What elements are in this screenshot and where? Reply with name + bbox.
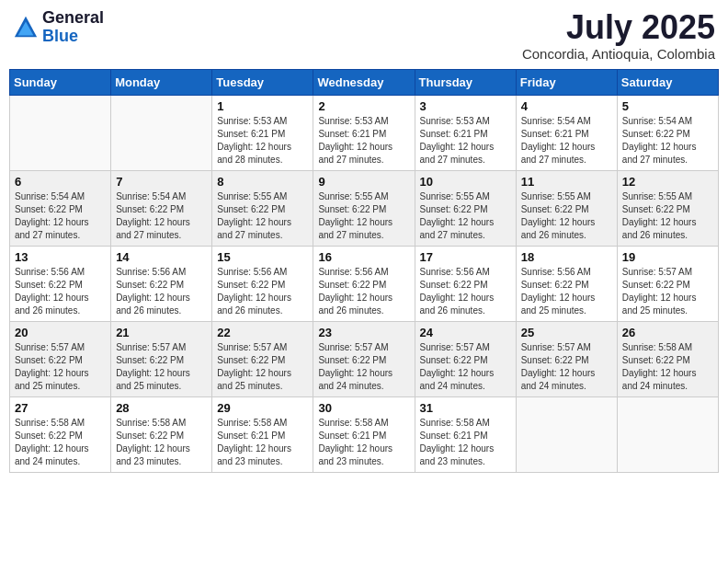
day-info: Sunrise: 5:55 AM Sunset: 6:22 PM Dayligh…	[217, 190, 308, 242]
day-number: 31	[420, 401, 511, 415]
calendar-day-cell: 4Sunrise: 5:54 AM Sunset: 6:21 PM Daylig…	[516, 95, 617, 170]
calendar-week-row: 6Sunrise: 5:54 AM Sunset: 6:22 PM Daylig…	[10, 170, 719, 246]
day-info: Sunrise: 5:55 AM Sunset: 6:22 PM Dayligh…	[521, 190, 612, 242]
location-subtitle: Concordia, Antioquia, Colombia	[522, 46, 715, 62]
day-number: 20	[15, 326, 106, 339]
calendar-header-monday: Monday	[111, 69, 212, 95]
title-block: July 2025 Concordia, Antioquia, Colombia	[522, 9, 715, 62]
calendar-day-cell: 22Sunrise: 5:57 AM Sunset: 6:22 PM Dayli…	[212, 321, 313, 396]
month-year-title: July 2025	[522, 9, 715, 46]
day-info: Sunrise: 5:54 AM Sunset: 6:22 PM Dayligh…	[622, 115, 713, 167]
day-info: Sunrise: 5:56 AM Sunset: 6:22 PM Dayligh…	[15, 266, 106, 317]
day-number: 23	[318, 326, 409, 339]
calendar-header-wednesday: Wednesday	[313, 69, 415, 95]
day-info: Sunrise: 5:55 AM Sunset: 6:22 PM Dayligh…	[318, 190, 409, 242]
calendar-day-cell: 1Sunrise: 5:53 AM Sunset: 6:21 PM Daylig…	[212, 95, 313, 170]
day-number: 18	[521, 250, 612, 264]
calendar-day-cell: 3Sunrise: 5:53 AM Sunset: 6:21 PM Daylig…	[415, 95, 516, 170]
day-number: 12	[622, 175, 713, 189]
day-info: Sunrise: 5:53 AM Sunset: 6:21 PM Dayligh…	[217, 115, 308, 167]
calendar-day-cell: 18Sunrise: 5:56 AM Sunset: 6:22 PM Dayli…	[516, 246, 617, 321]
day-number: 28	[116, 401, 207, 415]
calendar-day-cell: 13Sunrise: 5:56 AM Sunset: 6:22 PM Dayli…	[10, 246, 111, 321]
day-number: 1	[217, 99, 308, 113]
day-number: 30	[318, 401, 409, 415]
calendar-week-row: 27Sunrise: 5:58 AM Sunset: 6:22 PM Dayli…	[10, 396, 719, 472]
day-number: 29	[217, 401, 308, 415]
day-number: 10	[420, 175, 511, 189]
calendar-day-cell: 23Sunrise: 5:57 AM Sunset: 6:22 PM Dayli…	[313, 321, 415, 396]
calendar-week-row: 20Sunrise: 5:57 AM Sunset: 6:22 PM Dayli…	[10, 321, 719, 396]
calendar-day-cell: 25Sunrise: 5:57 AM Sunset: 6:22 PM Dayli…	[516, 321, 617, 396]
day-info: Sunrise: 5:58 AM Sunset: 6:22 PM Dayligh…	[15, 417, 106, 468]
day-info: Sunrise: 5:55 AM Sunset: 6:22 PM Dayligh…	[622, 190, 713, 242]
day-info: Sunrise: 5:54 AM Sunset: 6:22 PM Dayligh…	[15, 190, 106, 242]
day-number: 15	[217, 250, 308, 264]
calendar-header-thursday: Thursday	[415, 69, 516, 95]
day-number: 27	[15, 401, 106, 415]
calendar-day-cell: 10Sunrise: 5:55 AM Sunset: 6:22 PM Dayli…	[415, 170, 516, 246]
day-info: Sunrise: 5:53 AM Sunset: 6:21 PM Dayligh…	[420, 115, 511, 167]
calendar-day-cell: 28Sunrise: 5:58 AM Sunset: 6:22 PM Dayli…	[111, 396, 212, 472]
calendar-header-friday: Friday	[516, 69, 617, 95]
calendar-day-cell: 9Sunrise: 5:55 AM Sunset: 6:22 PM Daylig…	[313, 170, 415, 246]
calendar-day-cell: 6Sunrise: 5:54 AM Sunset: 6:22 PM Daylig…	[10, 170, 111, 246]
day-info: Sunrise: 5:58 AM Sunset: 6:21 PM Dayligh…	[318, 417, 409, 468]
day-info: Sunrise: 5:54 AM Sunset: 6:22 PM Dayligh…	[116, 190, 207, 242]
day-info: Sunrise: 5:56 AM Sunset: 6:22 PM Dayligh…	[420, 266, 511, 317]
calendar-day-cell: 16Sunrise: 5:56 AM Sunset: 6:22 PM Dayli…	[313, 246, 415, 321]
calendar-day-cell: 26Sunrise: 5:58 AM Sunset: 6:22 PM Dayli…	[617, 321, 718, 396]
calendar-header-saturday: Saturday	[617, 69, 718, 95]
day-info: Sunrise: 5:57 AM Sunset: 6:22 PM Dayligh…	[15, 341, 106, 393]
calendar-day-cell: 19Sunrise: 5:57 AM Sunset: 6:22 PM Dayli…	[617, 246, 718, 321]
day-number: 22	[217, 326, 308, 339]
calendar-day-cell: 2Sunrise: 5:53 AM Sunset: 6:21 PM Daylig…	[313, 95, 415, 170]
calendar-day-cell: 20Sunrise: 5:57 AM Sunset: 6:22 PM Dayli…	[10, 321, 111, 396]
calendar-day-cell: 17Sunrise: 5:56 AM Sunset: 6:22 PM Dayli…	[415, 246, 516, 321]
day-number: 16	[318, 250, 409, 264]
day-info: Sunrise: 5:57 AM Sunset: 6:22 PM Dayligh…	[521, 341, 612, 393]
day-info: Sunrise: 5:58 AM Sunset: 6:22 PM Dayligh…	[116, 417, 207, 468]
logo-icon	[13, 15, 39, 40]
calendar-day-cell: 11Sunrise: 5:55 AM Sunset: 6:22 PM Dayli…	[516, 170, 617, 246]
calendar-day-cell: 8Sunrise: 5:55 AM Sunset: 6:22 PM Daylig…	[212, 170, 313, 246]
calendar-header-tuesday: Tuesday	[212, 69, 313, 95]
day-info: Sunrise: 5:58 AM Sunset: 6:21 PM Dayligh…	[420, 417, 511, 468]
calendar-day-cell: 5Sunrise: 5:54 AM Sunset: 6:22 PM Daylig…	[617, 95, 718, 170]
day-number: 7	[116, 175, 207, 189]
day-number: 4	[521, 99, 612, 113]
day-number: 19	[622, 250, 713, 264]
calendar-day-cell: 21Sunrise: 5:57 AM Sunset: 6:22 PM Dayli…	[111, 321, 212, 396]
calendar-day-cell: 31Sunrise: 5:58 AM Sunset: 6:21 PM Dayli…	[415, 396, 516, 472]
day-info: Sunrise: 5:53 AM Sunset: 6:21 PM Dayligh…	[318, 115, 409, 167]
calendar-day-cell: 24Sunrise: 5:57 AM Sunset: 6:22 PM Dayli…	[415, 321, 516, 396]
day-number: 13	[15, 250, 106, 264]
day-number: 8	[217, 175, 308, 189]
calendar-header-sunday: Sunday	[10, 69, 111, 95]
calendar-day-cell: 12Sunrise: 5:55 AM Sunset: 6:22 PM Dayli…	[617, 170, 718, 246]
calendar-header-row: SundayMondayTuesdayWednesdayThursdayFrid…	[10, 69, 719, 95]
calendar-day-cell	[10, 95, 111, 170]
day-info: Sunrise: 5:57 AM Sunset: 6:22 PM Dayligh…	[622, 266, 713, 317]
day-info: Sunrise: 5:54 AM Sunset: 6:21 PM Dayligh…	[521, 115, 612, 167]
day-info: Sunrise: 5:55 AM Sunset: 6:22 PM Dayligh…	[420, 190, 511, 242]
day-number: 2	[318, 99, 409, 113]
day-info: Sunrise: 5:56 AM Sunset: 6:22 PM Dayligh…	[116, 266, 207, 317]
day-info: Sunrise: 5:58 AM Sunset: 6:22 PM Dayligh…	[622, 341, 713, 393]
day-number: 6	[15, 175, 106, 189]
calendar-day-cell: 7Sunrise: 5:54 AM Sunset: 6:22 PM Daylig…	[111, 170, 212, 246]
day-number: 5	[622, 99, 713, 113]
page-header: General Blue July 2025 Concordia, Antioq…	[9, 9, 719, 62]
day-number: 14	[116, 250, 207, 264]
day-info: Sunrise: 5:57 AM Sunset: 6:22 PM Dayligh…	[116, 341, 207, 393]
day-number: 11	[521, 175, 612, 189]
logo: General Blue	[13, 9, 104, 46]
day-number: 26	[622, 326, 713, 339]
calendar-day-cell	[516, 396, 617, 472]
day-info: Sunrise: 5:56 AM Sunset: 6:22 PM Dayligh…	[521, 266, 612, 317]
calendar-day-cell: 29Sunrise: 5:58 AM Sunset: 6:21 PM Dayli…	[212, 396, 313, 472]
day-number: 25	[521, 326, 612, 339]
calendar-day-cell: 30Sunrise: 5:58 AM Sunset: 6:21 PM Dayli…	[313, 396, 415, 472]
calendar-day-cell: 27Sunrise: 5:58 AM Sunset: 6:22 PM Dayli…	[10, 396, 111, 472]
day-number: 24	[420, 326, 511, 339]
